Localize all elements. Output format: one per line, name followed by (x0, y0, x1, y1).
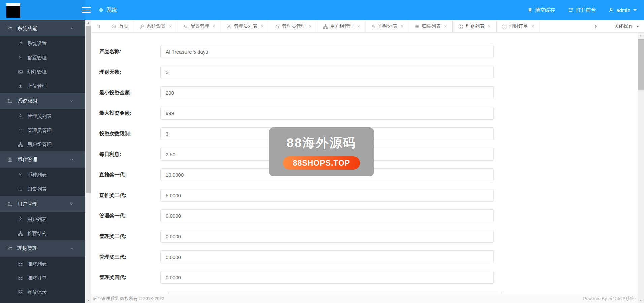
image-icon (18, 69, 23, 74)
close-icon[interactable]: × (212, 24, 215, 29)
sidebar-item-release-records[interactable]: 释放记录 (0, 285, 85, 299)
sidebar-item-currency-list[interactable]: 币种列表 (0, 168, 85, 182)
sidebar-item-slide-management[interactable]: 幻灯管理 (0, 65, 85, 79)
user-menu[interactable]: admin (609, 7, 637, 13)
list-icon (18, 187, 23, 192)
footer-bar: 后台管理系统 版权所有 © 2018-2022 Powered By 后台管理系… (91, 294, 638, 303)
sidebar-nav: 系统功能 系统设置 配置管理 幻灯管理 上传管理 系统权限 管理员列表 管理员管… (0, 20, 85, 303)
tab-finance-orders[interactable]: 理财订单 × (497, 20, 540, 32)
close-icon[interactable]: × (532, 24, 534, 29)
close-icon[interactable]: × (444, 24, 447, 29)
direct-reward-2-input[interactable] (160, 189, 494, 202)
cogs-icon (18, 172, 23, 177)
sidebar-group-system-functions[interactable]: 系统功能 (0, 20, 85, 36)
chevron-down-icon (69, 26, 74, 31)
sidebar-group-user-management[interactable]: 用户管理 (0, 196, 85, 212)
cogs-icon (371, 24, 376, 29)
manage-reward-2-input[interactable] (160, 230, 494, 243)
sidebar-item-user-list[interactable]: 用户列表 (0, 212, 85, 226)
close-icon[interactable]: × (357, 24, 360, 29)
sidebar-scrollbar-thumb[interactable] (86, 26, 91, 193)
scroll-up-arrow-icon[interactable]: ▲ (85, 20, 91, 25)
collapse-menu-button[interactable] (78, 0, 94, 20)
min-investment-input[interactable] (160, 86, 494, 99)
sidebar-group-currency-management[interactable]: 币种管理 (0, 152, 85, 168)
tab-home[interactable]: 首页 (106, 20, 134, 32)
item-label: 用户组管理 (27, 141, 52, 148)
list-icon (414, 24, 419, 29)
content-scrollbar[interactable]: ▲ ▼ (638, 33, 644, 303)
tab-finance-list[interactable]: 理财列表 × (452, 20, 496, 32)
sitemap-icon (323, 24, 328, 29)
tab-admin-list[interactable]: 管理员列表 × (221, 20, 269, 32)
clear-cache-label: 清空缓存 (535, 7, 555, 13)
close-icon[interactable]: × (488, 24, 490, 29)
field-label: 直推奖二代: (91, 192, 160, 199)
sidebar-item-finance-orders[interactable]: 理财订单 (0, 271, 85, 285)
tab-user-group-management[interactable]: 用户组管理 × (317, 20, 366, 32)
field-label: 直推奖一代: (91, 172, 160, 178)
tab-label: 配置管理 (190, 23, 209, 29)
finance-days-input[interactable] (160, 66, 494, 78)
clear-cache-button[interactable]: 清空缓存 (527, 7, 555, 13)
tab-bar: 首页 系统设置 × 配置管理 × 管理员列表 × 管理员管理 × 用户组管理 ×… (91, 20, 644, 33)
user-icon (226, 24, 231, 29)
sidebar-item-finance-list[interactable]: 理财列表 (0, 257, 85, 271)
scroll-down-arrow-icon[interactable]: ▼ (85, 298, 91, 303)
tab-label: 理财列表 (466, 23, 484, 29)
tabs-scroll-right-button[interactable] (588, 24, 603, 29)
close-icon[interactable]: × (169, 24, 172, 29)
close-icon[interactable]: × (401, 24, 403, 29)
scroll-up-arrow-icon[interactable]: ▲ (638, 33, 644, 38)
item-label: 理财列表 (27, 261, 47, 267)
tab-config-management[interactable]: 配置管理 × (177, 20, 221, 32)
sidebar-group-finance-management[interactable]: 理财管理 (0, 240, 85, 257)
item-label: 归集列表 (27, 186, 47, 192)
logo-area (0, 0, 85, 20)
tab-label: 管理员管理 (282, 23, 306, 29)
tab-admin-management[interactable]: 管理员管理 × (269, 20, 317, 32)
group-label: 系统权限 (17, 98, 37, 104)
tab-label: 用户组管理 (330, 23, 354, 29)
sidebar-item-user-group-management[interactable]: 用户组管理 (0, 137, 85, 152)
folder-icon (7, 246, 13, 251)
sidebar-item-admin-list[interactable]: 管理员列表 (0, 109, 85, 123)
tab-system-settings[interactable]: 系统设置 × (134, 20, 177, 32)
sidebar-scrollbar[interactable]: ▲ ▼ (85, 20, 91, 303)
sidebar-item-upload-management[interactable]: 上传管理 (0, 79, 85, 93)
cogs-icon (183, 24, 188, 29)
form-row-max-investment: 最大投资金额: (91, 107, 638, 120)
sidebar-item-referral-structure[interactable]: 推荐结构 (0, 226, 85, 240)
sidebar-item-system-settings[interactable]: 系统设置 (0, 36, 85, 50)
item-label: 币种列表 (27, 172, 47, 178)
sidebar-item-admin-management[interactable]: 管理员管理 (0, 123, 85, 137)
chevron-down-icon (69, 99, 74, 103)
max-investment-input[interactable] (160, 107, 494, 120)
sidebar-item-config-management[interactable]: 配置管理 (0, 50, 85, 65)
lock-icon (18, 128, 23, 133)
form-row-product-name: 产品名称: (91, 45, 638, 58)
tab-collection-list[interactable]: 归集列表 × (409, 20, 452, 32)
close-operations-dropdown[interactable]: 关闭操作 (614, 23, 639, 29)
item-label: 配置管理 (27, 55, 47, 61)
form-row-manage-reward-4: 管理奖四代: (91, 271, 638, 284)
tabs-scroll-left-button[interactable] (91, 20, 106, 32)
product-name-input[interactable] (160, 45, 494, 58)
triangle-left-icon (97, 24, 101, 29)
manage-reward-1-input[interactable] (160, 209, 494, 222)
manage-reward-4-input[interactable] (160, 271, 494, 284)
user-icon (609, 7, 614, 13)
tab-currency-list[interactable]: 币种列表 × (366, 20, 409, 32)
lock-icon (275, 24, 280, 29)
form-row-finance-days: 理财天数: (91, 66, 638, 78)
tab-label: 归集列表 (422, 23, 441, 29)
close-icon[interactable]: × (261, 24, 263, 29)
gear-icon (98, 7, 104, 13)
manage-reward-3-input[interactable] (160, 250, 494, 263)
close-icon[interactable]: × (309, 24, 312, 29)
sidebar-group-system-permissions[interactable]: 系统权限 (0, 93, 85, 109)
open-frontend-button[interactable]: 打开前台 (568, 7, 596, 13)
sidebar-item-collection-list[interactable]: 归集列表 (0, 182, 85, 196)
scroll-down-arrow-icon[interactable]: ▼ (638, 298, 644, 303)
content-scrollbar-thumb[interactable] (638, 39, 644, 90)
